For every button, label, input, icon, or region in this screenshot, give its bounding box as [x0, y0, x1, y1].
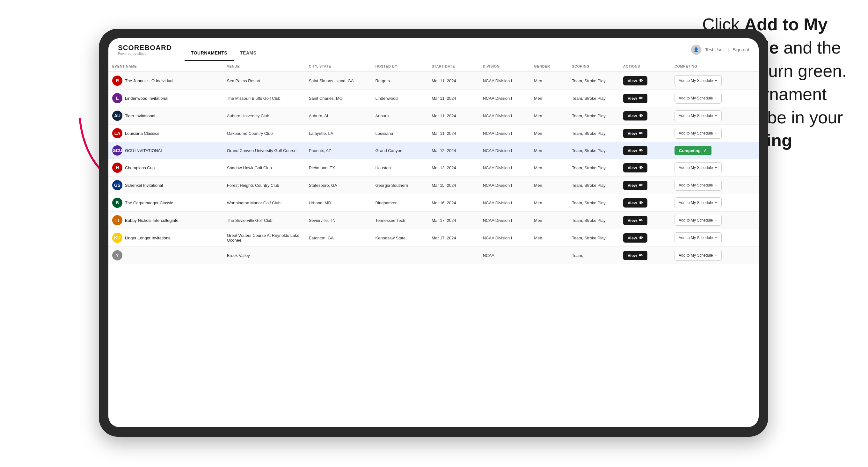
- col-header-division: DIVISION: [479, 61, 530, 72]
- view-button[interactable]: View 👁: [623, 198, 647, 208]
- plus-icon: +: [714, 113, 717, 119]
- add-schedule-button[interactable]: Add to My Schedule +: [675, 250, 722, 261]
- plus-icon: +: [714, 130, 717, 136]
- hosted-cell: Louisiana: [371, 125, 428, 142]
- add-schedule-button[interactable]: Add to My Schedule +: [675, 162, 722, 173]
- event-name-cell: H Champions Cup: [112, 162, 219, 173]
- team-logo: LA: [112, 128, 122, 138]
- event-name: Tiger Invitational: [125, 114, 155, 118]
- tab-tournaments[interactable]: TOURNAMENTS: [185, 50, 234, 61]
- event-name: The Carpetbagger Classic: [125, 200, 173, 205]
- table-header-row: EVENT NAME VENUE CITY, STATE HOSTED BY S…: [108, 61, 759, 72]
- table-row: GS Schenkel Invitational Forest Heights …: [108, 177, 759, 194]
- add-schedule-button[interactable]: Add to My Schedule +: [675, 128, 722, 139]
- view-button[interactable]: View 👁: [623, 163, 647, 173]
- col-header-gender: GENDER: [530, 61, 568, 72]
- team-logo: TT: [112, 215, 122, 225]
- event-name-cell: R The Johnnie - O Individual: [112, 75, 219, 86]
- tablet-screen: SCOREBOARD Powered by clippd TOURNAMENTS…: [108, 38, 759, 427]
- gender-cell: Men: [530, 142, 568, 159]
- col-header-event: EVENT NAME: [108, 61, 223, 72]
- division-cell: NCAA Division I: [479, 142, 530, 159]
- view-button[interactable]: View 👁: [623, 216, 647, 225]
- view-button[interactable]: View 👁: [623, 111, 647, 121]
- app-logo: SCOREBOARD: [118, 44, 172, 52]
- col-header-venue: VENUE: [223, 61, 305, 72]
- event-name-cell: LA Louisiana Classics: [112, 128, 219, 138]
- view-button[interactable]: View 👁: [623, 181, 647, 190]
- division-cell: NCAA Division I: [479, 107, 530, 125]
- venue-cell: Forest Heights Country Club: [223, 177, 305, 194]
- tab-teams[interactable]: TEAMS: [234, 50, 263, 61]
- actions-cell: View 👁: [619, 247, 671, 264]
- event-name-cell: B The Carpetbagger Classic: [112, 198, 219, 208]
- add-schedule-button[interactable]: Add to My Schedule +: [675, 215, 722, 226]
- table-row: GCU GCU INVITATIONAL Grand Canyon Univer…: [108, 142, 759, 159]
- event-name: Louisiana Classics: [125, 131, 159, 136]
- app-logo-subtitle: Powered by clippd: [118, 52, 172, 56]
- event-name: Lindenwood Invitational: [125, 96, 168, 101]
- city-cell: Richmond, TX: [305, 159, 372, 177]
- event-name-cell: GS Schenkel Invitational: [112, 180, 219, 190]
- add-schedule-button[interactable]: Add to My Schedule +: [675, 197, 722, 208]
- add-schedule-button[interactable]: Add to My Schedule +: [675, 93, 722, 103]
- eye-icon: 👁: [639, 183, 643, 188]
- event-name: Linger Longer Invitational: [125, 236, 172, 240]
- date-cell: Mar 17, 2024: [428, 212, 479, 229]
- city-cell: Eatonton, GA: [305, 229, 372, 247]
- col-header-actions: ACTIONS: [619, 61, 671, 72]
- actions-cell: View 👁: [619, 107, 671, 125]
- plus-icon: +: [714, 95, 717, 101]
- col-header-date: START DATE: [428, 61, 479, 72]
- city-cell: Urbana, MD: [305, 194, 372, 212]
- date-cell: Mar 13, 2024: [428, 159, 479, 177]
- actions-cell: View 👁: [619, 177, 671, 194]
- division-cell: NCAA: [479, 247, 530, 264]
- team-logo: GCU: [112, 145, 122, 156]
- hosted-cell: Lindenwood: [371, 90, 428, 107]
- scoring-cell: Team, Stroke Play: [568, 72, 619, 90]
- eye-icon: 👁: [639, 96, 643, 101]
- plus-icon: +: [714, 200, 717, 206]
- tablet-frame: SCOREBOARD Powered by clippd TOURNAMENTS…: [99, 29, 768, 437]
- sign-out-link[interactable]: Sign out: [733, 47, 749, 52]
- actions-cell: View 👁: [619, 159, 671, 177]
- header-right: 👤 Test User | Sign out: [691, 44, 749, 55]
- city-cell: [305, 247, 372, 264]
- team-logo: ?: [112, 250, 122, 260]
- add-schedule-button[interactable]: Add to My Schedule +: [675, 180, 722, 191]
- view-button[interactable]: View 👁: [623, 251, 647, 260]
- gender-cell: Men: [530, 90, 568, 107]
- team-logo: AU: [112, 111, 122, 121]
- event-name-cell: AU Tiger Invitational: [112, 111, 219, 121]
- division-cell: NCAA Division I: [479, 212, 530, 229]
- date-cell: [428, 247, 479, 264]
- competing-cell: Competing ✓: [671, 142, 759, 159]
- view-button[interactable]: View 👁: [623, 94, 647, 103]
- add-schedule-button[interactable]: Add to My Schedule +: [675, 75, 722, 86]
- date-cell: Mar 11, 2024: [428, 107, 479, 125]
- competing-button[interactable]: Competing ✓: [675, 146, 712, 155]
- view-button[interactable]: View 👁: [623, 146, 647, 155]
- city-cell: Auburn, AL: [305, 107, 372, 125]
- col-header-city: CITY, STATE: [305, 61, 372, 72]
- logo-area: SCOREBOARD Powered by clippd: [118, 44, 172, 56]
- event-name-cell: TT Bobby Nichols Intercollegiate: [112, 215, 219, 225]
- competing-cell: Add to My Schedule +: [671, 212, 759, 229]
- view-button[interactable]: View 👁: [623, 234, 647, 243]
- table-row: R The Johnnie - O Individual Sea Palms R…: [108, 72, 759, 90]
- competing-cell: Add to My Schedule +: [671, 72, 759, 90]
- add-schedule-button[interactable]: Add to My Schedule +: [675, 110, 722, 121]
- app-header: SCOREBOARD Powered by clippd TOURNAMENTS…: [108, 38, 759, 61]
- date-cell: Mar 16, 2024: [428, 194, 479, 212]
- table-container[interactable]: EVENT NAME VENUE CITY, STATE HOSTED BY S…: [108, 61, 759, 427]
- add-schedule-button[interactable]: Add to My Schedule +: [675, 232, 722, 243]
- plus-icon: +: [714, 165, 717, 170]
- gender-cell: Men: [530, 72, 568, 90]
- view-button[interactable]: View 👁: [623, 129, 647, 138]
- venue-cell: Worthington Manor Golf Club: [223, 194, 305, 212]
- eye-icon: 👁: [639, 200, 643, 205]
- view-button[interactable]: View 👁: [623, 76, 647, 86]
- competing-cell: Add to My Schedule +: [671, 247, 759, 264]
- venue-cell: Great Waters Course At Reynolds Lake Oco…: [223, 229, 305, 247]
